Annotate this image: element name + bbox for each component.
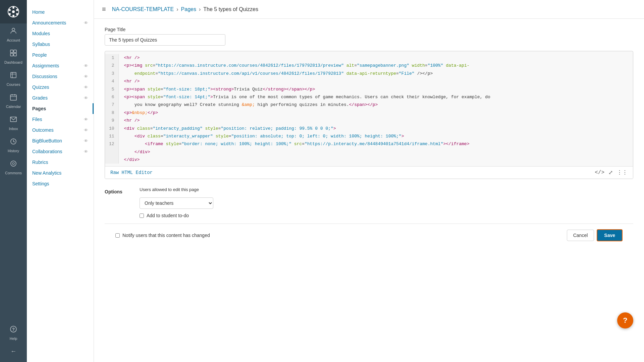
calendar-icon [9,93,17,103]
teachers-select[interactable]: Only teachers Teachers and students Anyo… [140,197,213,209]
raw-html-link[interactable]: Raw HTML Editor [110,170,153,175]
sidebar-item-help[interactable]: ? Help [0,322,27,344]
cancel-button[interactable]: Cancel [567,230,594,241]
code-content[interactable]: <hr /> <p><img src="https://canvas.instr… [119,54,496,164]
nav-label: Rubrics [32,160,48,165]
svg-rect-10 [14,50,16,53]
page-title-input[interactable] [105,34,225,46]
sidebar-item-courses[interactable]: Courses [0,68,27,90]
sidebar-item-history[interactable]: History [0,134,27,156]
course-nav-new-analytics[interactable]: New Analytics [27,168,94,178]
nav-label: Grades [32,95,48,101]
sidebar-item-account[interactable]: Account [0,23,27,46]
sidebar-logo[interactable] [0,0,27,23]
svg-point-2 [12,7,14,9]
breadcrumb-sep-2: › [199,6,201,12]
bottom-bar: Notify users that this content has chang… [105,224,633,247]
sidebar-item-inbox[interactable]: Inbox [0,112,27,134]
course-nav-modules[interactable]: Modules [27,28,94,39]
sidebar: Account Dashboard Courses [0,0,27,362]
course-nav-files[interactable]: Files 👁 [27,114,94,125]
nav-label: Outcomes [32,127,54,133]
notify-label: Notify users that this content has chang… [122,233,210,238]
editor-actions: </> ⤢ ⋮⋮ [595,169,628,176]
notify-row: Notify users that this content has chang… [115,233,210,238]
nav-label: Assignments [32,63,59,68]
nav-label: Home [32,9,45,15]
breadcrumb: NA-COURSE-TEMPLATE › Pages › The 5 types… [112,6,258,12]
action-buttons: Cancel Save [567,229,623,241]
course-nav-home[interactable]: Home [27,7,94,17]
svg-point-5 [12,15,14,17]
course-nav-rubrics[interactable]: Rubrics [27,157,94,168]
help-fab-button[interactable]: ? [617,312,633,328]
nav-label: Modules [32,31,50,36]
sidebar-item-label: Inbox [9,127,18,131]
nav-label: BigBlueButton [32,138,62,143]
dashboard-icon [9,49,17,59]
visibility-icon: 👁 [84,85,88,90]
edit-permission-label: Users allowed to edit this page [140,187,213,192]
sidebar-item-calendar[interactable]: Calendar [0,90,27,112]
save-button[interactable]: Save [597,229,623,241]
line-numbers: 1 2 3 4 5 6 7 8 9 10 11 12 [105,54,119,164]
sidebar-item-label: Commons [5,171,22,175]
svg-point-22 [11,161,16,166]
expand-icon[interactable]: ⤢ [608,169,613,176]
sidebar-item-label: Help [10,337,17,341]
course-nav-people[interactable]: People [27,50,94,60]
options-section: Options Users allowed to edit this page … [105,187,633,218]
sidebar-item-label: Calendar [6,105,21,109]
options-controls: Users allowed to edit this page Only tea… [140,187,213,218]
svg-rect-11 [10,53,13,56]
nav-label: Pages [32,106,46,111]
svg-point-4 [16,13,18,15]
breadcrumb-section[interactable]: Pages [181,6,196,12]
help-icon: ? [9,325,17,335]
student-todo-checkbox[interactable] [140,214,144,218]
course-nav-bigbluebutton[interactable]: BigBlueButton 👁 [27,135,94,146]
notify-checkbox[interactable] [115,233,120,238]
breadcrumb-page: The 5 types of Quizzes [203,6,258,12]
student-todo-label: Add to student to-do [147,213,189,218]
hamburger-icon[interactable]: ≡ [102,5,106,13]
student-todo-row: Add to student to-do [140,213,213,218]
commons-icon [9,160,17,170]
course-nav-assignments[interactable]: Assignments 👁 [27,60,94,71]
visibility-icon: 👁 [84,20,88,25]
course-nav-outcomes[interactable]: Outcomes 👁 [27,125,94,135]
help-fab-icon: ? [623,316,627,325]
sidebar-item-label: History [8,149,19,153]
sidebar-item-commons[interactable]: Commons [0,156,27,178]
more-options-icon[interactable]: ⋮⋮ [617,169,628,176]
breadcrumb-course[interactable]: NA-COURSE-TEMPLATE [112,6,174,12]
nav-label: Announcements [32,20,66,25]
course-nav-settings[interactable]: Settings [27,178,94,189]
sidebar-collapse-button[interactable]: ← [0,344,27,359]
nav-label: People [32,52,47,58]
visibility-icon: 👁 [84,138,88,143]
nav-label: Quizzes [32,84,49,90]
page-title-label: Page Title [105,27,633,32]
course-nav-quizzes[interactable]: Quizzes 👁 [27,82,94,93]
code-editor: 1 2 3 4 5 6 7 8 9 10 11 12 <hr /> <p><im… [105,51,633,179]
code-editor-body[interactable]: 1 2 3 4 5 6 7 8 9 10 11 12 <hr /> <p><im… [105,51,633,166]
svg-rect-13 [11,72,16,78]
course-nav-pages[interactable]: Pages [27,103,94,114]
svg-rect-16 [10,95,16,100]
editor-footer: Raw HTML Editor </> ⤢ ⋮⋮ [105,166,633,179]
course-nav-syllabus[interactable]: Syllabus [27,39,94,50]
nav-label: Syllabus [32,42,50,47]
history-icon [9,137,17,147]
svg-rect-12 [14,53,16,56]
collapse-icon: ← [10,348,16,355]
sidebar-bottom: ? Help ← [0,322,27,362]
course-nav-grades[interactable]: Grades 👁 [27,93,94,103]
breadcrumb-sep-1: › [176,6,178,12]
svg-point-6 [9,13,11,15]
code-icon[interactable]: </> [595,170,604,176]
course-nav-discussions[interactable]: Discussions 👁 [27,71,94,82]
course-nav-announcements[interactable]: Announcements 👁 [27,17,94,28]
course-nav-collaborations[interactable]: Collaborations 👁 [27,146,94,157]
sidebar-item-dashboard[interactable]: Dashboard [0,46,27,68]
